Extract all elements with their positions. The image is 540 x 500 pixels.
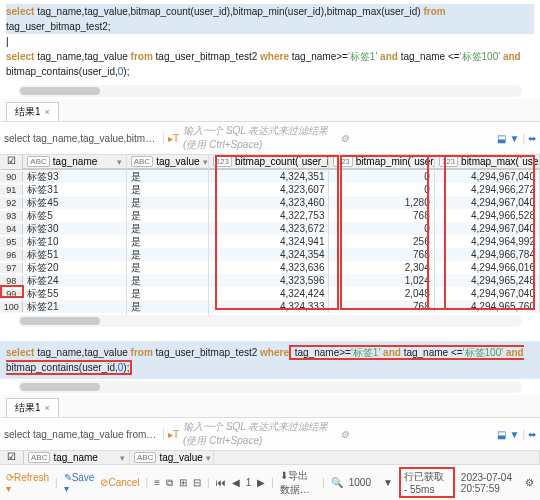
- result-tab-1[interactable]: 结果1 ×: [6, 102, 59, 121]
- delete-icon[interactable]: ⊟: [193, 477, 201, 488]
- sql-editor-top[interactable]: select tag_name,tag_value,bitmap_count(u…: [0, 0, 540, 83]
- save-button[interactable]: ✎Save ▾: [64, 472, 95, 494]
- editor-scrollbar[interactable]: [18, 85, 522, 97]
- result-toolbar-bottom: select tag_name,tag_value from tag_u ▸T …: [0, 418, 540, 451]
- insert-icon[interactable]: ⊞: [179, 477, 187, 488]
- close-icon[interactable]: ×: [45, 107, 50, 117]
- funnel-icon[interactable]: ▼: [509, 429, 519, 440]
- close-icon[interactable]: ×: [45, 403, 50, 413]
- col-bitmap-max[interactable]: 123bitmap_max(`user_id`)▾: [435, 155, 540, 169]
- breadcrumb[interactable]: select tag_name,tag_value from tag_u: [4, 429, 164, 440]
- breadcrumb[interactable]: select tag_name,tag_value,bitmap_cou: [4, 133, 164, 144]
- result-tab-1b[interactable]: 结果1 ×: [6, 398, 59, 417]
- divider: |: [522, 133, 525, 144]
- chart-icon[interactable]: ⬓: [497, 429, 506, 440]
- gear-icon[interactable]: ⚙: [340, 429, 493, 440]
- result-toolbar-top: select tag_name,tag_value,bitmap_cou ▸T …: [0, 122, 540, 155]
- result-tabs-2: 结果1 ×: [0, 395, 540, 418]
- result-tabs: 结果1 ×: [0, 99, 540, 122]
- settings-icon[interactable]: ⚙: [525, 477, 534, 488]
- editor-scrollbar-2[interactable]: [18, 381, 522, 393]
- divider: |: [522, 429, 525, 440]
- export-button[interactable]: ⬇导出数据…: [280, 469, 316, 497]
- tab-label: 结果1: [15, 401, 41, 415]
- col-tag-value[interactable]: ABCtag_value▾: [127, 155, 209, 169]
- col-tag-name[interactable]: ABCtag_name▾: [24, 451, 130, 465]
- table-row[interactable]: 100标签21是4,324,3337684,294,965,760: [0, 300, 540, 313]
- zoom-icon[interactable]: 🔍: [331, 477, 343, 488]
- input-icon[interactable]: ▸T: [168, 429, 179, 440]
- next-page-icon[interactable]: ▶: [257, 477, 265, 488]
- sql-editor-bottom[interactable]: select tag_name,tag_value from tag_user_…: [0, 341, 540, 379]
- col-bitmap-min[interactable]: 123bitmap_min(`user_id`)▾: [329, 155, 434, 169]
- tab-label: 结果1: [15, 105, 41, 119]
- status-text: 行已获取 - 55ms: [399, 467, 455, 498]
- grid-corner[interactable]: ☑: [0, 155, 23, 169]
- filter-hint[interactable]: 输入一个 SQL 表达式来过滤结果 (使用 Ctrl+Space): [183, 124, 336, 152]
- timestamp: 2023-07-04 20:57:59: [461, 472, 519, 494]
- collapse-icon[interactable]: ▼: [383, 477, 393, 488]
- filter-hint[interactable]: 输入一个 SQL 表达式来过滤结果 (使用 Ctrl+Space): [183, 420, 336, 448]
- prev-page-icon[interactable]: ◀: [232, 477, 240, 488]
- format-icon[interactable]: ⬌: [528, 133, 536, 144]
- col-tag-value[interactable]: ABCtag_value▾: [130, 451, 214, 465]
- input-icon[interactable]: ▸T: [168, 133, 179, 144]
- col-spacer: [214, 451, 540, 465]
- grid-scrollbar[interactable]: [18, 315, 522, 327]
- gear-icon[interactable]: ⚙: [340, 133, 493, 144]
- col-tag-name[interactable]: ABCtag_name▾: [23, 155, 126, 169]
- duplicate-icon[interactable]: ⧉: [166, 477, 173, 489]
- script-icon[interactable]: ≡: [154, 477, 160, 488]
- funnel-icon[interactable]: ▼: [509, 133, 519, 144]
- first-page-icon[interactable]: ⏮: [216, 477, 226, 488]
- format-icon[interactable]: ⬌: [528, 429, 536, 440]
- result-grid-top: ☑ ABCtag_name▾ ABCtag_value▾ 123bitmap_c…: [0, 155, 540, 313]
- status-bar: ⟳Refresh ▾ | ✎Save ▾ ⊘Cancel | ≡ ⧉ ⊞ ⊟ |…: [0, 464, 540, 500]
- grid-corner[interactable]: ☑: [0, 451, 24, 465]
- col-bitmap-count[interactable]: 123bitmap_count(`user_id`)▾: [209, 155, 330, 169]
- row-count: 1000: [349, 477, 371, 488]
- cancel-button[interactable]: ⊘Cancel: [100, 477, 139, 488]
- refresh-button[interactable]: ⟳Refresh ▾: [6, 472, 49, 494]
- chart-icon[interactable]: ⬓: [497, 133, 506, 144]
- page-number: 1: [246, 477, 252, 488]
